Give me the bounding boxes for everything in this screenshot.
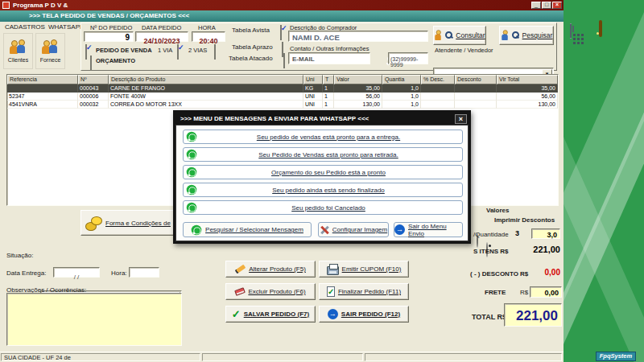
minimize-button[interactable]: _ (531, 2, 541, 9)
pesquisar-mensagem-button[interactable]: Pesquisar / Selecionar Mensagem (183, 222, 312, 237)
cell-total: 56,00 (497, 93, 558, 101)
via1-checkbox[interactable] (177, 44, 179, 60)
phone-field[interactable]: (32)99999-9999 (388, 52, 428, 64)
cell-desconto (455, 84, 497, 93)
data-entrega-field[interactable]: / / (53, 267, 100, 278)
table-row[interactable]: 52347 000006 FONTE 400W UNI 1 56,00 1,0 … (7, 93, 558, 101)
order-date-field[interactable]: 24/10/2023 (135, 31, 188, 42)
pedido-venda-checkbox[interactable] (85, 44, 87, 60)
observacoes-textarea[interactable] (6, 293, 182, 346)
magnifier-icon (445, 31, 452, 39)
calculator-icon[interactable] (570, 24, 572, 39)
message-pickup-button[interactable]: Seu Pedido de Vendas está pronto para re… (183, 147, 463, 162)
order-number-field[interactable]: 9 (84, 31, 134, 42)
statusbar: SUA CIDADE - UF 24 de (0, 352, 564, 362)
check-icon: ✓ (232, 309, 241, 319)
close-button[interactable]: × (552, 2, 562, 9)
cell-num: 000032 (78, 101, 109, 109)
person-icon (502, 30, 508, 41)
tabela-avista-label: Tabela Avista (232, 27, 270, 34)
email-value: E-MAIL (292, 56, 315, 63)
sair-menu-envio-button[interactable]: → Sair do Menu Envio (394, 222, 463, 237)
cell-desc: CORREA DO MOTOR 13XX (109, 101, 303, 109)
col-uni[interactable]: Uni (303, 75, 323, 84)
col-descricao[interactable]: Descrição do Produto (109, 75, 303, 84)
col-vlrtotal[interactable]: Vlr Total (497, 75, 558, 84)
order-time-field[interactable]: 20:40 (192, 31, 225, 42)
col-numero[interactable]: Nº (78, 75, 109, 84)
message-label: Orçamento do seu Pedido está a pronto (197, 169, 460, 176)
frete-label: FRETE (485, 289, 506, 296)
buyer-field[interactable]: NAMI D. ACE (288, 31, 428, 42)
cell-t: 1 (323, 84, 334, 93)
email-field[interactable]: E-MAIL (288, 52, 370, 64)
total-itens-label: S ITENS R$ (473, 248, 509, 255)
message-label: Seu pedido ainda está sendo finalizado (197, 187, 460, 194)
cell-num: 000043 (78, 84, 109, 93)
brand-badge[interactable]: FpqSystem (596, 352, 636, 361)
window-titlebar: Programa P D V & _ □ × (0, 0, 564, 10)
pesquisar-button[interactable]: Pesquisar (499, 26, 554, 45)
screen-title: >>> TELA PEDIDO DE VENDAS / ORÇAMENTOS <… (0, 12, 189, 19)
col-desconto[interactable]: Desconto (455, 75, 497, 84)
alterar-produto-button[interactable]: Alterar Produto (F5) (225, 261, 316, 278)
window-title: Programa P D V & (13, 2, 68, 9)
orcamento-checkbox[interactable] (90, 56, 92, 71)
message-cancelled-button[interactable]: Seu pedido foi Cancelado (183, 200, 463, 215)
cell-total: 35,00 (497, 84, 558, 93)
sair-pedido-button[interactable]: → SAIR PEDIDO (F12) (319, 306, 409, 323)
order-number-value: 9 (125, 33, 130, 42)
hora-entrega-field[interactable] (129, 267, 159, 278)
salvar-pedido-label: SALVAR PEDIDO (F7) (244, 311, 309, 318)
toolbar-clientes-label: Clientes (8, 56, 28, 64)
col-pdesc[interactable]: % Desc. (421, 75, 455, 84)
consultar-label: Consultar (456, 31, 485, 39)
message-in-progress-button[interactable]: Seu pedido ainda está sendo finalizado (183, 183, 463, 197)
atendente-label: Atendente / Vendedor (435, 47, 493, 54)
imprimir-descontos-label: Imprimir Descontos (494, 216, 555, 224)
tabela-atacado-checkbox[interactable] (283, 53, 285, 68)
salvar-pedido-button[interactable]: ✓ SALVAR PEDIDO (F7) (225, 306, 316, 323)
dialog-close-icon[interactable]: × (455, 114, 467, 124)
cell-valor: 35,00 (334, 84, 382, 93)
emitir-cupom-button[interactable]: Emitir CUPOM (F10) (319, 261, 409, 278)
col-valor[interactable]: Valor (334, 75, 382, 84)
col-quantia[interactable]: Quantia (382, 75, 421, 84)
tools-icon (320, 225, 329, 235)
col-referencia[interactable]: Referencia (7, 75, 78, 84)
message-label: Seu Pedido de Vendas está pronto para re… (197, 151, 460, 158)
suppliers-icon (42, 39, 59, 55)
quantidade-label: /Quantidade (473, 231, 509, 238)
cell-uni: UNI (303, 101, 323, 109)
tabela-avista-checkbox[interactable] (280, 25, 282, 40)
dialog-titlebar: >>> MENU DE MENSAGENS A ENVIAR PARA WHAT… (175, 113, 469, 125)
emitir-cupom-label: Emitir CUPOM (F10) (342, 265, 402, 273)
forma-condicoes-label: Forma e Condições de (105, 220, 171, 227)
configurar-imagem-button[interactable]: Configurar Imagem (318, 222, 389, 237)
consultar-button[interactable]: Consultar (433, 26, 486, 45)
door-icon (599, 20, 602, 37)
via2-label: 2 VIAS (188, 47, 207, 54)
finalizar-pedido-button[interactable]: Finalizar Pedido (F11) (319, 283, 409, 300)
menu-whatsapp[interactable]: WHATSAPP (48, 23, 80, 31)
whatsapp-icon (187, 185, 197, 195)
via2-checkbox[interactable] (214, 44, 216, 60)
forma-condicoes-button[interactable]: Forma e Condições de (80, 210, 187, 236)
maximize-button[interactable]: □ (542, 2, 551, 9)
person-icon (436, 30, 442, 41)
toolbar-fornecedores-button[interactable]: Fornece (35, 33, 65, 69)
menu-cadastros[interactable]: CADASTROS (5, 23, 45, 31)
message-delivery-button[interactable]: Seu pedido de vendas está pronto para a … (183, 130, 463, 144)
exit-door-icon[interactable] (599, 22, 602, 36)
message-quote-ready-button[interactable]: Orçamento do seu Pedido está a pronto (183, 165, 463, 179)
table-row[interactable]: 4541VNRA 000032 CORREA DO MOTOR 13XX UNI… (7, 101, 558, 109)
table-row[interactable]: 000043 CARNE DE FRANGO KG 1 35,00 1,0 35… (7, 84, 558, 93)
cell-desconto (455, 101, 497, 109)
frete-field[interactable]: 0,00 (530, 286, 562, 298)
col-t[interactable]: T (323, 75, 334, 84)
statusbar-segment (365, 353, 562, 361)
pedido-venda-label: PEDIDO DE VENDA (96, 47, 152, 54)
via1-label: 1 VIA (158, 47, 172, 54)
toolbar-clientes-button[interactable]: Clientes (3, 33, 33, 69)
excluir-produto-button[interactable]: Excluir Produto (F6) (225, 283, 316, 300)
